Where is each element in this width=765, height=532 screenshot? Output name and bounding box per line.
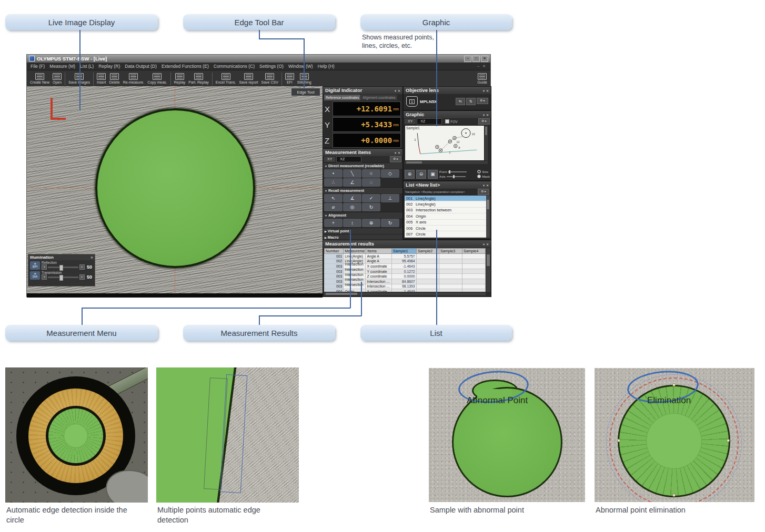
horizontal-scrollbar[interactable] — [405, 161, 488, 164]
close-icon[interactable] — [398, 89, 400, 93]
recall-line-button[interactable] — [324, 194, 343, 202]
measurement-list[interactable]: 001Line(Angle) 002Line(Angle) 003Interse… — [405, 196, 486, 238]
edge-tool-button[interactable]: Edge Tool — [291, 88, 320, 96]
graphic-canvas[interactable]: Sample1 — [405, 125, 485, 161]
measure-auto-circle-button[interactable] — [362, 178, 380, 187]
close-icon[interactable] — [486, 89, 489, 93]
table-header[interactable]: Number Measureme Items Sample1 Sample2 S… — [324, 248, 486, 254]
menu-extended-functions[interactable]: Extended Functions (E) — [162, 64, 209, 69]
recall-point-button[interactable] — [362, 194, 380, 202]
alignment-xy-button[interactable] — [362, 219, 380, 227]
live-image-display[interactable]: Edge Tool Illumination EPI Reflection 50 — [27, 86, 323, 298]
gear-icon[interactable] — [478, 189, 489, 195]
tab-xz[interactable]: XZ — [417, 118, 442, 125]
maximize-button[interactable] — [472, 56, 480, 62]
tab-xy[interactable]: XY — [405, 119, 416, 124]
guide-button[interactable]: Guide — [476, 73, 489, 85]
pin-icon[interactable] — [395, 151, 396, 155]
excel-trans-button[interactable]: Excel Trans. — [214, 73, 238, 85]
decrease-transmission-button[interactable] — [42, 274, 47, 280]
zoom-in-button[interactable] — [405, 170, 415, 179]
alignment-origin-button[interactable] — [324, 219, 343, 227]
close-icon[interactable] — [398, 151, 400, 155]
open-button[interactable]: Open — [51, 73, 63, 85]
transmission-slider[interactable] — [48, 277, 78, 278]
measure-ellipse-button[interactable] — [381, 169, 399, 178]
tab-xy[interactable]: XY — [324, 157, 335, 162]
re-measure-button[interactable]: Re-measure. — [122, 73, 146, 85]
measure-angle-button[interactable] — [343, 178, 361, 187]
size-radio[interactable]: Size — [477, 170, 490, 173]
table-row[interactable]: 001Line(Angle)Angle A5.5757 — [324, 254, 486, 259]
epi-illumination-icon[interactable]: EPI — [30, 261, 40, 270]
vertical-scrollbar[interactable] — [486, 248, 490, 292]
menu-help[interactable]: Help (H) — [318, 64, 335, 69]
pin-icon[interactable] — [483, 113, 485, 117]
axis-size-slider[interactable] — [447, 176, 466, 177]
list-item[interactable]: 001Line(Angle) — [405, 196, 486, 201]
close-icon[interactable] — [90, 255, 93, 259]
recall-plane-button[interactable] — [381, 194, 399, 202]
efi-button[interactable]: EFI — [284, 73, 296, 85]
decrease-reflection-button[interactable] — [42, 264, 47, 270]
table-row[interactable]: 003Intersection ...Intersection ...98.13… — [324, 284, 486, 290]
alignment-axis-button[interactable] — [343, 219, 361, 227]
close-icon[interactable] — [486, 242, 489, 246]
save-csv-button[interactable]: Save CSV — [260, 73, 280, 85]
menu-settings[interactable]: Settings (O) — [259, 64, 284, 69]
recall-rotation-button[interactable] — [362, 203, 380, 211]
tab-reference-coordinates[interactable]: Reference coordinates — [324, 95, 360, 100]
section-recall-measurement[interactable]: Recall measurement — [323, 187, 402, 193]
horizontal-scrollbar[interactable] — [324, 292, 486, 295]
fov-checkbox[interactable]: FOV — [445, 119, 457, 124]
close-button[interactable] — [481, 56, 488, 62]
results-table[interactable]: Number Measureme Items Sample1 Sample2 S… — [324, 248, 486, 292]
alignment-rotate-button[interactable] — [381, 219, 399, 227]
recall-concentric-button[interactable] — [343, 203, 361, 211]
tab-alignment-coordinates[interactable]: Alignment coordinates — [361, 95, 397, 100]
menu-list[interactable]: List (L) — [80, 64, 94, 69]
measure-circle-button[interactable] — [362, 169, 380, 178]
list-item[interactable]: 002Line(Angle) — [405, 201, 486, 207]
close-icon[interactable] — [486, 183, 489, 187]
part-replay-button[interactable]: Part. Replay — [187, 73, 210, 85]
save-report-button[interactable]: Save report — [237, 73, 259, 85]
gear-icon[interactable] — [390, 156, 401, 162]
title-bar[interactable]: OLYMPUS STM7-BSW - [Live] — [27, 55, 490, 63]
objective-next-icon[interactable] — [466, 98, 476, 105]
list-item[interactable]: 007Circle — [405, 231, 486, 237]
copy-meas-button[interactable]: Copy meas. — [146, 73, 168, 85]
recall-angle-button[interactable] — [343, 194, 361, 202]
section-alignment[interactable]: Alignment — [323, 212, 402, 218]
pin-icon[interactable] — [395, 89, 396, 93]
menu-window[interactable]: Window (W) — [288, 64, 313, 69]
insert-button[interactable]: Insert — [95, 73, 108, 85]
pin-icon[interactable] — [483, 183, 485, 187]
measure-point-button[interactable] — [324, 169, 343, 178]
pin-icon[interactable] — [483, 242, 485, 246]
measure-line-button[interactable] — [343, 169, 361, 178]
minimize-button[interactable] — [464, 56, 471, 62]
gear-icon[interactable] — [478, 118, 490, 125]
menu-data-output[interactable]: Data Output (D) — [125, 64, 157, 69]
list-item[interactable]: 006Circle — [405, 226, 486, 231]
vertical-scrollbar[interactable] — [486, 196, 490, 238]
pin-icon[interactable] — [483, 89, 485, 93]
menu-file[interactable]: File (F) — [31, 64, 45, 69]
delete-button[interactable]: Delete — [107, 73, 121, 85]
list-item[interactable]: 005X axis — [405, 220, 486, 226]
table-row[interactable]: 004OriginX coordinate-1.4643 — [324, 289, 486, 292]
menu-communications[interactable]: Communications (C) — [214, 64, 255, 69]
replay-button[interactable]: Replay — [173, 73, 187, 85]
list-item[interactable]: 004Origin — [405, 213, 486, 219]
point-size-slider[interactable] — [448, 171, 467, 172]
vertical-scrollbar[interactable] — [485, 126, 488, 160]
menu-replay[interactable]: Replay (R) — [98, 64, 120, 69]
section-direct-measurement[interactable]: Direct measurement (recallable) — [323, 162, 402, 169]
objective-prev-icon[interactable] — [456, 98, 465, 105]
reflection-slider[interactable] — [48, 267, 78, 268]
create-new-button[interactable]: Create New — [28, 73, 51, 85]
gear-icon[interactable] — [477, 98, 488, 104]
zoom-out-button[interactable] — [416, 170, 426, 179]
measure-multipoint-button[interactable] — [324, 178, 343, 187]
